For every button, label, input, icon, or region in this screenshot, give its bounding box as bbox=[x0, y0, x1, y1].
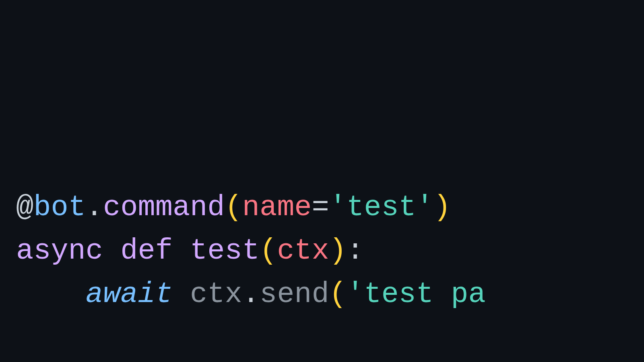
token-lparen: ( bbox=[329, 278, 347, 311]
code-line-empty bbox=[16, 360, 628, 362]
token-command: command bbox=[103, 191, 225, 224]
token-await: await bbox=[86, 278, 173, 311]
token-ctx-param: ctx bbox=[277, 234, 329, 267]
token-string-testpa: test pa bbox=[364, 278, 485, 311]
token-colon: : bbox=[347, 234, 364, 267]
token-quote: ' bbox=[416, 191, 433, 224]
token-lparen: ( bbox=[225, 191, 242, 224]
token-dot: . bbox=[242, 278, 260, 311]
code-line-3: await ctx.send('test pa bbox=[16, 273, 628, 316]
indent bbox=[16, 278, 86, 311]
code-editor[interactable]: @bot.command(name='test')async def test(… bbox=[16, 186, 628, 362]
token-quote: ' bbox=[347, 278, 364, 311]
token-lparen: ( bbox=[260, 234, 277, 267]
token-rparen: ) bbox=[329, 234, 347, 267]
token-funcname-test: test bbox=[190, 234, 260, 267]
token-quote: ' bbox=[329, 191, 347, 224]
decorator-at: @ bbox=[16, 191, 33, 224]
space bbox=[173, 278, 190, 311]
token-dot: . bbox=[86, 191, 103, 224]
space bbox=[173, 234, 190, 267]
token-async: async bbox=[16, 234, 103, 267]
space bbox=[103, 234, 120, 267]
code-line-1: @bot.command(name='test') bbox=[16, 186, 628, 229]
token-def: def bbox=[120, 234, 173, 267]
token-bot: bot bbox=[33, 191, 86, 224]
token-string-test: test bbox=[347, 191, 416, 224]
token-ctx: ctx bbox=[190, 278, 242, 311]
token-equals: = bbox=[312, 191, 329, 224]
code-line-2: async def test(ctx): bbox=[16, 229, 628, 273]
code-line-empty bbox=[16, 316, 628, 360]
token-name-param: name bbox=[242, 191, 312, 224]
token-rparen: ) bbox=[433, 191, 451, 224]
token-send: send bbox=[260, 278, 329, 311]
